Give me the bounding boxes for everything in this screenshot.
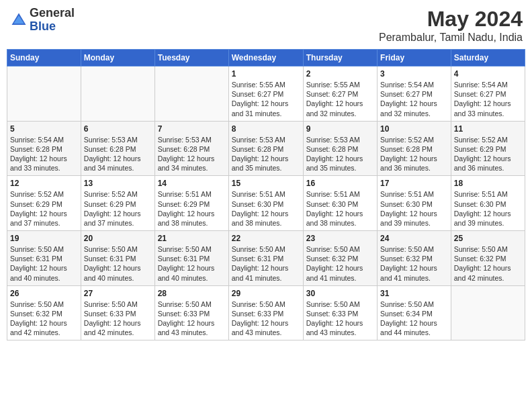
day-number: 3 xyxy=(380,69,448,79)
day-number: 19 xyxy=(10,234,78,243)
weekday-header: Tuesday xyxy=(154,50,228,66)
day-info: Sunrise: 5:50 AM Sunset: 6:31 PM Dayligh… xyxy=(158,244,226,283)
weekday-header: Monday xyxy=(81,50,154,66)
calendar-cell: 24Sunrise: 5:50 AM Sunset: 6:32 PM Dayli… xyxy=(378,231,451,286)
day-info: Sunrise: 5:50 AM Sunset: 6:34 PM Dayligh… xyxy=(380,300,448,338)
day-number: 15 xyxy=(232,179,300,188)
calendar-cell: 27Sunrise: 5:50 AM Sunset: 6:33 PM Dayli… xyxy=(81,285,154,340)
calendar-cell: 2Sunrise: 5:55 AM Sunset: 6:27 PM Daylig… xyxy=(303,66,377,122)
day-number: 10 xyxy=(380,124,448,134)
weekday-header: Sunday xyxy=(7,50,81,66)
calendar-cell: 1Sunrise: 5:55 AM Sunset: 6:27 PM Daylig… xyxy=(228,66,303,122)
calendar-cell: 30Sunrise: 5:50 AM Sunset: 6:33 PM Dayli… xyxy=(303,285,377,340)
weekday-header: Friday xyxy=(378,50,451,66)
day-info: Sunrise: 5:50 AM Sunset: 6:33 PM Dayligh… xyxy=(84,300,152,338)
calendar-week-row: 5Sunrise: 5:54 AM Sunset: 6:28 PM Daylig… xyxy=(7,121,525,176)
calendar-cell: 9Sunrise: 5:53 AM Sunset: 6:28 PM Daylig… xyxy=(303,121,377,176)
day-number: 21 xyxy=(158,234,226,243)
day-number: 31 xyxy=(380,289,448,298)
calendar-cell xyxy=(451,285,525,340)
calendar-cell: 8Sunrise: 5:53 AM Sunset: 6:28 PM Daylig… xyxy=(228,121,303,176)
calendar-cell: 5Sunrise: 5:54 AM Sunset: 6:28 PM Daylig… xyxy=(7,121,81,176)
day-number: 6 xyxy=(84,124,152,134)
calendar-cell xyxy=(81,66,154,122)
day-info: Sunrise: 5:50 AM Sunset: 6:31 PM Dayligh… xyxy=(84,244,152,283)
calendar-cell: 7Sunrise: 5:53 AM Sunset: 6:28 PM Daylig… xyxy=(154,121,228,176)
logo-text: General Blue xyxy=(30,7,75,34)
calendar-cell: 13Sunrise: 5:52 AM Sunset: 6:29 PM Dayli… xyxy=(81,176,154,231)
day-info: Sunrise: 5:51 AM Sunset: 6:30 PM Dayligh… xyxy=(454,189,522,228)
day-info: Sunrise: 5:53 AM Sunset: 6:28 PM Dayligh… xyxy=(306,135,374,173)
day-number: 29 xyxy=(232,289,300,298)
day-info: Sunrise: 5:50 AM Sunset: 6:31 PM Dayligh… xyxy=(10,244,78,283)
day-number: 4 xyxy=(454,69,522,79)
calendar-cell: 16Sunrise: 5:51 AM Sunset: 6:30 PM Dayli… xyxy=(303,176,377,231)
day-info: Sunrise: 5:50 AM Sunset: 6:32 PM Dayligh… xyxy=(306,244,374,283)
day-info: Sunrise: 5:55 AM Sunset: 6:27 PM Dayligh… xyxy=(306,80,374,118)
day-number: 28 xyxy=(158,289,226,298)
day-info: Sunrise: 5:50 AM Sunset: 6:33 PM Dayligh… xyxy=(158,300,226,338)
day-number: 25 xyxy=(454,234,522,243)
calendar-subtitle: Perambalur, Tamil Nadu, India xyxy=(379,32,523,44)
day-info: Sunrise: 5:52 AM Sunset: 6:28 PM Dayligh… xyxy=(380,135,448,173)
calendar-week-row: 1Sunrise: 5:55 AM Sunset: 6:27 PM Daylig… xyxy=(7,66,525,122)
weekday-header-row: SundayMondayTuesdayWednesdayThursdayFrid… xyxy=(7,50,525,66)
calendar-cell: 14Sunrise: 5:51 AM Sunset: 6:29 PM Dayli… xyxy=(154,176,228,231)
day-info: Sunrise: 5:52 AM Sunset: 6:29 PM Dayligh… xyxy=(84,189,152,228)
day-info: Sunrise: 5:54 AM Sunset: 6:27 PM Dayligh… xyxy=(454,80,522,118)
day-number: 24 xyxy=(380,234,448,243)
calendar-title: May 2024 xyxy=(379,7,523,32)
calendar-cell xyxy=(7,66,81,122)
day-number: 26 xyxy=(10,289,78,298)
day-number: 9 xyxy=(306,124,374,134)
day-info: Sunrise: 5:50 AM Sunset: 6:31 PM Dayligh… xyxy=(232,244,300,283)
calendar-cell: 12Sunrise: 5:52 AM Sunset: 6:29 PM Dayli… xyxy=(7,176,81,231)
day-number: 30 xyxy=(306,289,374,298)
calendar-cell: 11Sunrise: 5:52 AM Sunset: 6:29 PM Dayli… xyxy=(451,121,525,176)
calendar-cell: 20Sunrise: 5:50 AM Sunset: 6:31 PM Dayli… xyxy=(81,231,154,286)
day-info: Sunrise: 5:50 AM Sunset: 6:32 PM Dayligh… xyxy=(454,244,522,283)
day-info: Sunrise: 5:50 AM Sunset: 6:33 PM Dayligh… xyxy=(306,300,374,338)
day-info: Sunrise: 5:50 AM Sunset: 6:32 PM Dayligh… xyxy=(10,300,78,338)
day-info: Sunrise: 5:55 AM Sunset: 6:27 PM Dayligh… xyxy=(232,80,300,118)
day-number: 16 xyxy=(306,179,374,188)
day-number: 8 xyxy=(232,124,300,134)
calendar-cell: 22Sunrise: 5:50 AM Sunset: 6:31 PM Dayli… xyxy=(228,231,303,286)
logo-icon xyxy=(9,11,28,30)
day-number: 18 xyxy=(454,179,522,188)
calendar-cell: 31Sunrise: 5:50 AM Sunset: 6:34 PM Dayli… xyxy=(378,285,451,340)
day-info: Sunrise: 5:52 AM Sunset: 6:29 PM Dayligh… xyxy=(454,135,522,173)
logo-blue: Blue xyxy=(30,19,56,33)
day-info: Sunrise: 5:51 AM Sunset: 6:30 PM Dayligh… xyxy=(232,189,300,228)
day-info: Sunrise: 5:51 AM Sunset: 6:29 PM Dayligh… xyxy=(158,189,226,228)
page-header: General Blue May 2024 Perambalur, Tamil … xyxy=(7,7,525,44)
day-number: 11 xyxy=(454,124,522,134)
calendar-cell: 4Sunrise: 5:54 AM Sunset: 6:27 PM Daylig… xyxy=(451,66,525,122)
calendar-cell: 21Sunrise: 5:50 AM Sunset: 6:31 PM Dayli… xyxy=(154,231,228,286)
day-number: 20 xyxy=(84,234,152,243)
calendar-cell: 19Sunrise: 5:50 AM Sunset: 6:31 PM Dayli… xyxy=(7,231,81,286)
day-number: 17 xyxy=(380,179,448,188)
day-info: Sunrise: 5:50 AM Sunset: 6:33 PM Dayligh… xyxy=(232,300,300,338)
calendar-cell: 6Sunrise: 5:53 AM Sunset: 6:28 PM Daylig… xyxy=(81,121,154,176)
day-info: Sunrise: 5:51 AM Sunset: 6:30 PM Dayligh… xyxy=(306,189,374,228)
day-number: 5 xyxy=(10,124,78,134)
weekday-header: Wednesday xyxy=(228,50,303,66)
day-number: 12 xyxy=(10,179,78,188)
day-info: Sunrise: 5:50 AM Sunset: 6:32 PM Dayligh… xyxy=(380,244,448,283)
day-number: 22 xyxy=(232,234,300,243)
calendar-cell: 23Sunrise: 5:50 AM Sunset: 6:32 PM Dayli… xyxy=(303,231,377,286)
calendar-week-row: 12Sunrise: 5:52 AM Sunset: 6:29 PM Dayli… xyxy=(7,176,525,231)
day-info: Sunrise: 5:53 AM Sunset: 6:28 PM Dayligh… xyxy=(158,135,226,173)
calendar-table: SundayMondayTuesdayWednesdayThursdayFrid… xyxy=(7,49,525,340)
calendar-cell: 10Sunrise: 5:52 AM Sunset: 6:28 PM Dayli… xyxy=(378,121,451,176)
day-info: Sunrise: 5:53 AM Sunset: 6:28 PM Dayligh… xyxy=(84,135,152,173)
title-block: May 2024 Perambalur, Tamil Nadu, India xyxy=(379,7,523,44)
day-info: Sunrise: 5:54 AM Sunset: 6:28 PM Dayligh… xyxy=(10,135,78,173)
day-number: 14 xyxy=(158,179,226,188)
day-info: Sunrise: 5:53 AM Sunset: 6:28 PM Dayligh… xyxy=(232,135,300,173)
day-number: 2 xyxy=(306,69,374,79)
calendar-cell: 18Sunrise: 5:51 AM Sunset: 6:30 PM Dayli… xyxy=(451,176,525,231)
calendar-cell: 17Sunrise: 5:51 AM Sunset: 6:30 PM Dayli… xyxy=(378,176,451,231)
day-info: Sunrise: 5:51 AM Sunset: 6:30 PM Dayligh… xyxy=(380,189,448,228)
